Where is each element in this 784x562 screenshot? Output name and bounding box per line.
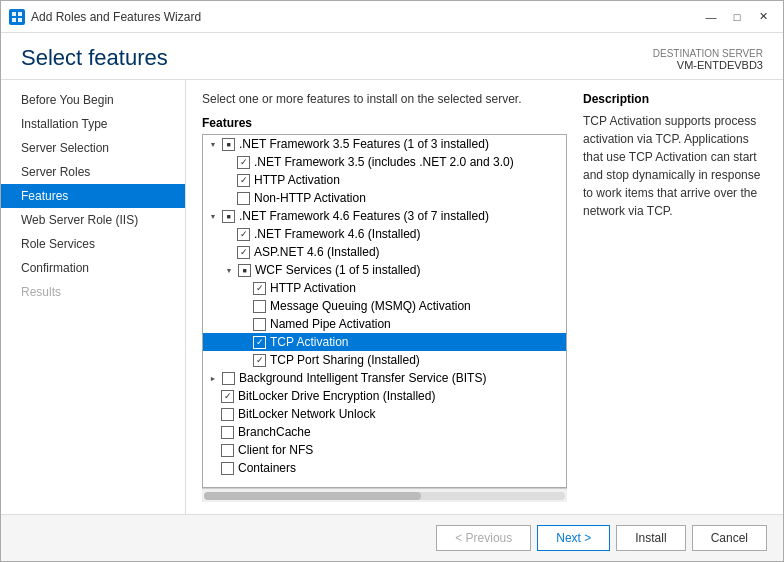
checkbox[interactable]: [221, 408, 234, 421]
page-title: Select features: [21, 45, 168, 71]
main-content: Select one or more features to install o…: [186, 80, 783, 514]
tree-item[interactable]: Message Queuing (MSMQ) Activation: [203, 297, 566, 315]
expand-icon[interactable]: ►: [207, 372, 219, 384]
tree-item[interactable]: Named Pipe Activation: [203, 315, 566, 333]
tree-item-label: ASP.NET 4.6 (Installed): [254, 245, 380, 259]
tree-item[interactable]: ✓.NET Framework 3.5 (includes .NET 2.0 a…: [203, 153, 566, 171]
checkbox[interactable]: ✓: [237, 228, 250, 241]
page-header: Select features DESTINATION SERVER VM-EN…: [1, 33, 783, 80]
destination-label: DESTINATION SERVER: [653, 48, 763, 59]
sidebar-item-installation-type[interactable]: Installation Type: [1, 112, 185, 136]
cancel-button[interactable]: Cancel: [692, 525, 767, 551]
sidebar-item-role-services[interactable]: Role Services: [1, 232, 185, 256]
checkbox[interactable]: ✓: [237, 156, 250, 169]
tree-item-label: HTTP Activation: [254, 173, 340, 187]
features-panel: Select one or more features to install o…: [202, 92, 567, 502]
tree-item[interactable]: ▼■.NET Framework 3.5 Features (1 of 3 in…: [203, 135, 566, 153]
horizontal-scrollbar[interactable]: [202, 488, 567, 502]
tree-item[interactable]: Client for NFS: [203, 441, 566, 459]
tree-item-label: BitLocker Network Unlock: [238, 407, 375, 421]
sidebar-item-features[interactable]: Features: [1, 184, 185, 208]
checkbox[interactable]: [222, 372, 235, 385]
previous-button[interactable]: < Previous: [436, 525, 531, 551]
scrollbar-track: [204, 492, 565, 500]
checkbox[interactable]: ✓: [253, 282, 266, 295]
checkbox[interactable]: [253, 318, 266, 331]
sidebar-item-server-roles[interactable]: Server Roles: [1, 160, 185, 184]
minimize-button[interactable]: —: [699, 7, 723, 27]
checkbox[interactable]: [221, 462, 234, 475]
tree-item[interactable]: ✓ASP.NET 4.6 (Installed): [203, 243, 566, 261]
tree-item-label: WCF Services (1 of 5 installed): [255, 263, 420, 277]
features-label: Features: [202, 116, 567, 130]
tree-item-label: Client for NFS: [238, 443, 313, 457]
window-controls: — □ ✕: [699, 7, 775, 27]
tree-item[interactable]: Containers: [203, 459, 566, 477]
app-icon: [9, 9, 25, 25]
footer: < Previous Next > Install Cancel: [1, 514, 783, 561]
tree-item[interactable]: ▼■.NET Framework 4.6 Features (3 of 7 in…: [203, 207, 566, 225]
tree-item-label: Non-HTTP Activation: [254, 191, 366, 205]
expand-icon[interactable]: ▼: [223, 264, 235, 276]
checkbox[interactable]: [221, 444, 234, 457]
destination-info: DESTINATION SERVER VM-ENTDEVBD3: [653, 48, 763, 71]
tree-item-label: .NET Framework 4.6 Features (3 of 7 inst…: [239, 209, 489, 223]
svg-rect-2: [12, 18, 16, 22]
checkbox[interactable]: [253, 300, 266, 313]
description-panel: Description TCP Activation supports proc…: [567, 92, 767, 502]
tree-item-label: TCP Activation: [270, 335, 348, 349]
expand-icon[interactable]: ▼: [207, 210, 219, 222]
svg-rect-3: [18, 18, 22, 22]
expand-icon[interactable]: ▼: [207, 138, 219, 150]
tree-item[interactable]: Non-HTTP Activation: [203, 189, 566, 207]
scrollbar-thumb[interactable]: [204, 492, 421, 500]
sidebar-item-web-server-role-(iis)[interactable]: Web Server Role (IIS): [1, 208, 185, 232]
content-area: Before You BeginInstallation TypeServer …: [1, 80, 783, 514]
tree-item-label: Background Intelligent Transfer Service …: [239, 371, 486, 385]
checkbox[interactable]: [237, 192, 250, 205]
checkbox[interactable]: ■: [222, 138, 235, 151]
checkbox[interactable]: ■: [222, 210, 235, 223]
tree-item-label: Named Pipe Activation: [270, 317, 391, 331]
description-text: TCP Activation supports process activati…: [583, 112, 767, 220]
checkbox[interactable]: ✓: [237, 174, 250, 187]
next-button[interactable]: Next >: [537, 525, 610, 551]
tree-item[interactable]: ✓HTTP Activation: [203, 279, 566, 297]
tree-item-label: .NET Framework 3.5 (includes .NET 2.0 an…: [254, 155, 514, 169]
sidebar-item-before-you-begin[interactable]: Before You Begin: [1, 88, 185, 112]
tree-item-label: TCP Port Sharing (Installed): [270, 353, 420, 367]
sidebar-item-server-selection[interactable]: Server Selection: [1, 136, 185, 160]
title-bar: Add Roles and Features Wizard — □ ✕: [1, 1, 783, 33]
tree-item[interactable]: ►Background Intelligent Transfer Service…: [203, 369, 566, 387]
tree-item[interactable]: BranchCache: [203, 423, 566, 441]
checkbox[interactable]: ✓: [253, 354, 266, 367]
install-button[interactable]: Install: [616, 525, 685, 551]
main-window: Add Roles and Features Wizard — □ ✕ Sele…: [0, 0, 784, 562]
checkbox[interactable]: ✓: [221, 390, 234, 403]
instruction-text: Select one or more features to install o…: [202, 92, 567, 106]
tree-item[interactable]: ✓TCP Port Sharing (Installed): [203, 351, 566, 369]
maximize-button[interactable]: □: [725, 7, 749, 27]
checkbox[interactable]: ■: [238, 264, 251, 277]
tree-item-label: Containers: [238, 461, 296, 475]
close-button[interactable]: ✕: [751, 7, 775, 27]
features-tree[interactable]: ▼■.NET Framework 3.5 Features (1 of 3 in…: [202, 134, 567, 488]
sidebar-item-results: Results: [1, 280, 185, 304]
tree-item[interactable]: ✓TCP Activation: [203, 333, 566, 351]
tree-item[interactable]: ▼■WCF Services (1 of 5 installed): [203, 261, 566, 279]
tree-item[interactable]: ✓BitLocker Drive Encryption (Installed): [203, 387, 566, 405]
checkbox[interactable]: [221, 426, 234, 439]
server-name: VM-ENTDEVBD3: [653, 59, 763, 71]
checkbox[interactable]: ✓: [237, 246, 250, 259]
window-title: Add Roles and Features Wizard: [31, 10, 699, 24]
sidebar: Before You BeginInstallation TypeServer …: [1, 80, 186, 514]
tree-item[interactable]: ✓HTTP Activation: [203, 171, 566, 189]
svg-rect-1: [18, 12, 22, 16]
tree-item-label: .NET Framework 4.6 (Installed): [254, 227, 421, 241]
tree-item[interactable]: BitLocker Network Unlock: [203, 405, 566, 423]
sidebar-item-confirmation[interactable]: Confirmation: [1, 256, 185, 280]
tree-item-label: BranchCache: [238, 425, 311, 439]
tree-item[interactable]: ✓.NET Framework 4.6 (Installed): [203, 225, 566, 243]
checkbox[interactable]: ✓: [253, 336, 266, 349]
tree-item-label: BitLocker Drive Encryption (Installed): [238, 389, 435, 403]
